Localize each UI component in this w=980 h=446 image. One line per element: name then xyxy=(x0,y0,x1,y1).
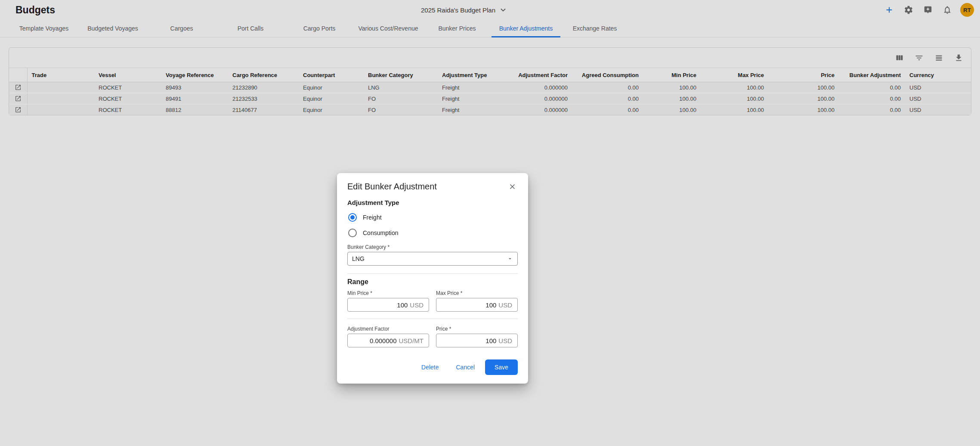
price-unit: USD xyxy=(498,337,512,344)
max-price-input[interactable]: 100 USD xyxy=(436,298,518,312)
range-label: Range xyxy=(347,278,518,286)
max-price-unit: USD xyxy=(498,301,512,309)
cancel-button[interactable]: Cancel xyxy=(449,360,482,375)
close-button[interactable] xyxy=(507,181,518,192)
min-price-input[interactable]: 100 USD xyxy=(347,298,429,312)
adjustment-factor-label: Adjustment Factor xyxy=(347,326,429,332)
save-button[interactable]: Save xyxy=(485,359,518,375)
radio-unselected-icon xyxy=(348,229,357,237)
radio-selected-icon xyxy=(348,213,357,222)
price-input[interactable]: 100 USD xyxy=(436,334,518,347)
adjustment-factor-unit: USD/MT xyxy=(399,337,424,344)
edit-bunker-adjustment-modal: Edit Bunker Adjustment Adjustment Type F… xyxy=(337,173,528,384)
adjustment-factor-input[interactable]: 0.000000 USD/MT xyxy=(347,334,429,347)
bunker-category-label: Bunker Category * xyxy=(347,244,518,250)
modal-title: Edit Bunker Adjustment xyxy=(347,182,437,192)
price-label: Price * xyxy=(436,326,518,332)
bunker-category-select[interactable]: LNG xyxy=(347,252,518,266)
delete-button[interactable]: Delete xyxy=(414,360,445,375)
min-price-unit: USD xyxy=(410,301,424,309)
divider xyxy=(347,273,518,274)
min-price-label: Min Price * xyxy=(347,290,429,296)
close-icon xyxy=(508,183,516,191)
divider xyxy=(347,319,518,319)
radio-consumption[interactable]: Consumption xyxy=(347,229,518,237)
adjustment-type-label: Adjustment Type xyxy=(347,199,518,206)
max-price-label: Max Price * xyxy=(436,290,518,296)
bunker-category-value: LNG xyxy=(352,255,365,262)
dropdown-arrow-icon xyxy=(507,256,513,262)
radio-freight[interactable]: Freight xyxy=(347,213,518,222)
